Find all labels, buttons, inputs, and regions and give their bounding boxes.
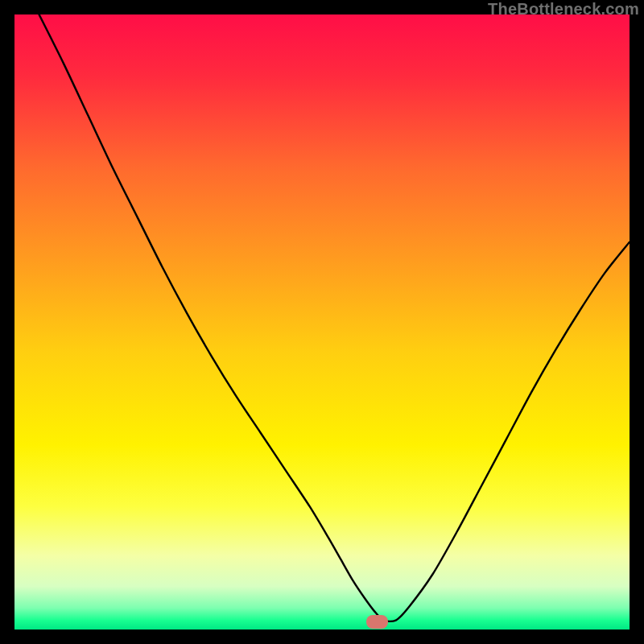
chart-frame: TheBottleneck.com [0,0,644,644]
optimal-marker [366,615,388,629]
bottleneck-curve [39,14,630,621]
plot-area [14,14,630,630]
watermark-text: TheBottleneck.com [488,0,639,19]
curve-svg [14,14,630,630]
